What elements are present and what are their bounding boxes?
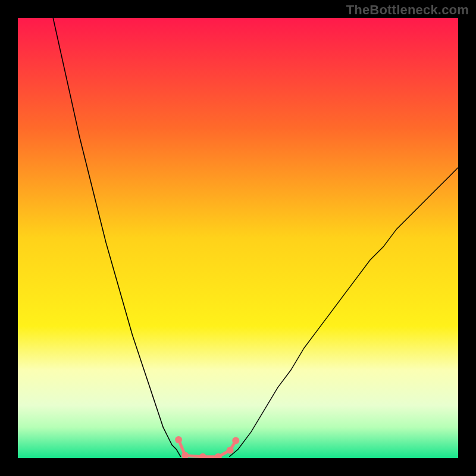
watermark-label: TheBottleneck.com <box>346 2 469 18</box>
gradient-background <box>18 18 458 458</box>
chart-plot <box>18 18 458 458</box>
marker-dot <box>232 437 239 444</box>
marker-dot <box>175 436 182 443</box>
outer-frame: TheBottleneck.com <box>0 0 476 476</box>
marker-dot <box>227 447 234 454</box>
